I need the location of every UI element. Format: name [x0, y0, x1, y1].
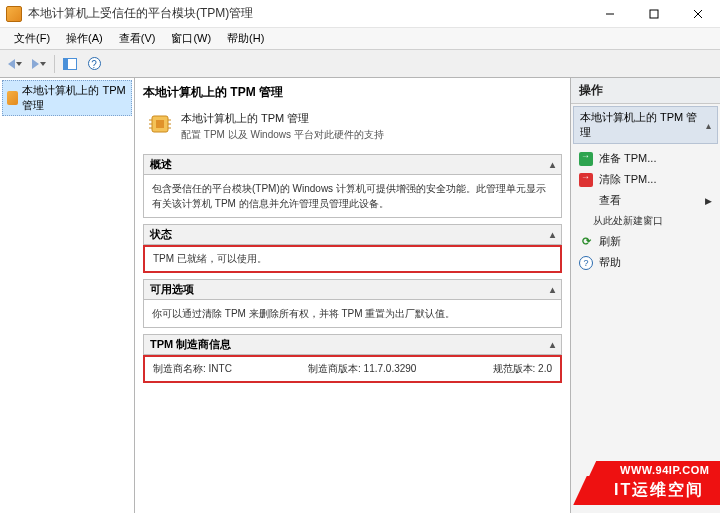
- menu-action[interactable]: 操作(A): [58, 29, 111, 48]
- content-pane: 本地计算机上的 TPM 管理 本地计算机上的 TPM 管理 配置 TPM 以及 …: [135, 78, 570, 513]
- status-highlight-box: TPM 已就绪，可以使用。: [143, 245, 562, 273]
- menu-file[interactable]: 文件(F): [6, 29, 58, 48]
- section-overview-title: 概述: [150, 157, 172, 172]
- maker-spec-label: 规范版本:: [493, 363, 536, 374]
- menu-view[interactable]: 查看(V): [111, 29, 164, 48]
- back-button[interactable]: [4, 53, 26, 75]
- tree-root-label: 本地计算机上的 TPM 管理: [22, 83, 127, 113]
- actions-group-header[interactable]: 本地计算机上的 TPM 管理 ▴: [573, 106, 718, 144]
- collapse-icon: ▴: [550, 284, 555, 295]
- menu-window[interactable]: 窗口(W): [163, 29, 219, 48]
- prepare-icon: [579, 152, 593, 166]
- pane-icon: [63, 58, 77, 70]
- dropdown-icon: [40, 62, 46, 66]
- status-text: TPM 已就绪，可以使用。: [153, 253, 267, 264]
- submenu-arrow-icon: ▶: [705, 196, 712, 206]
- svg-rect-5: [156, 120, 164, 128]
- action-help[interactable]: ? 帮助: [575, 252, 716, 273]
- action-refresh[interactable]: ⟳ 刷新: [575, 231, 716, 252]
- forward-button[interactable]: [28, 53, 50, 75]
- minimize-button[interactable]: [588, 0, 632, 28]
- maker-highlight-box: 制造商名称: INTC 制造商版本: 11.7.0.3290 规范版本: 2.0: [143, 355, 562, 383]
- section-options-title: 可用选项: [150, 282, 194, 297]
- toolbar: ?: [0, 50, 720, 78]
- maker-name-value: INTC: [209, 363, 232, 374]
- arrow-right-icon: [32, 59, 39, 69]
- maker-name-label: 制造商名称:: [153, 363, 206, 374]
- menu-help[interactable]: 帮助(H): [219, 29, 272, 48]
- action-view[interactable]: 查看 ▶: [575, 190, 716, 211]
- help-icon: ?: [88, 57, 101, 70]
- section-status-header[interactable]: 状态 ▴: [143, 224, 562, 245]
- toolbar-separator: [54, 55, 55, 73]
- close-button[interactable]: [676, 0, 720, 28]
- action-clear-tpm[interactable]: 清除 TPM...: [575, 169, 716, 190]
- section-status-title: 状态: [150, 227, 172, 242]
- tree-pane: 本地计算机上的 TPM 管理: [0, 78, 135, 513]
- action-prepare-label: 准备 TPM...: [599, 151, 656, 166]
- section-maker-header[interactable]: TPM 制造商信息 ▴: [143, 334, 562, 355]
- collapse-icon: ▴: [550, 339, 555, 350]
- help-icon: ?: [579, 256, 593, 270]
- intro-line2: 配置 TPM 以及 Windows 平台对此硬件的支持: [181, 128, 384, 142]
- actions-group-title: 本地计算机上的 TPM 管理: [580, 110, 706, 140]
- actions-pane-title: 操作: [571, 78, 720, 104]
- collapse-icon: ▴: [706, 120, 711, 131]
- section-overview-body: 包含受信任的平台模块(TPM)的 Windows 计算机可提供增强的安全功能。此…: [143, 175, 562, 218]
- action-help-label: 帮助: [599, 255, 621, 270]
- actions-pane: 操作 本地计算机上的 TPM 管理 ▴ 准备 TPM... 清除 TPM... …: [570, 78, 720, 513]
- tree-root-tpm[interactable]: 本地计算机上的 TPM 管理: [2, 80, 132, 116]
- refresh-icon: ⟳: [579, 235, 593, 249]
- collapse-icon: ▴: [550, 159, 555, 170]
- action-prepare-tpm[interactable]: 准备 TPM...: [575, 148, 716, 169]
- dropdown-icon: [16, 62, 22, 66]
- action-view-label: 查看: [599, 193, 621, 208]
- action-new-window[interactable]: 从此处新建窗口: [575, 211, 716, 231]
- tpm-chip-icon: [147, 111, 173, 137]
- action-clear-label: 清除 TPM...: [599, 172, 656, 187]
- app-icon: [6, 6, 22, 22]
- window-title: 本地计算机上受信任的平台模块(TPM)管理: [28, 5, 588, 22]
- section-maker-title: TPM 制造商信息: [150, 337, 231, 352]
- section-options-header[interactable]: 可用选项 ▴: [143, 279, 562, 300]
- section-overview-header[interactable]: 概述 ▴: [143, 154, 562, 175]
- help-toolbar-button[interactable]: ?: [83, 53, 105, 75]
- maker-ver-value: 11.7.0.3290: [364, 363, 417, 374]
- intro-line1: 本地计算机上的 TPM 管理: [181, 111, 384, 126]
- maximize-button[interactable]: [632, 0, 676, 28]
- menu-bar: 文件(F) 操作(A) 查看(V) 窗口(W) 帮助(H): [0, 28, 720, 50]
- svg-rect-1: [650, 10, 658, 18]
- collapse-icon: ▴: [550, 229, 555, 240]
- show-hide-tree-button[interactable]: [59, 53, 81, 75]
- action-new-window-label: 从此处新建窗口: [593, 214, 663, 228]
- arrow-left-icon: [8, 59, 15, 69]
- maker-spec-value: 2.0: [538, 363, 552, 374]
- tpm-icon: [7, 91, 18, 105]
- maker-ver-label: 制造商版本:: [308, 363, 361, 374]
- clear-icon: [579, 173, 593, 187]
- action-refresh-label: 刷新: [599, 234, 621, 249]
- content-heading: 本地计算机上的 TPM 管理: [143, 84, 564, 101]
- blank-icon: [579, 194, 593, 208]
- section-options-body: 你可以通过清除 TPM 来删除所有权，并将 TPM 重置为出厂默认值。: [143, 300, 562, 328]
